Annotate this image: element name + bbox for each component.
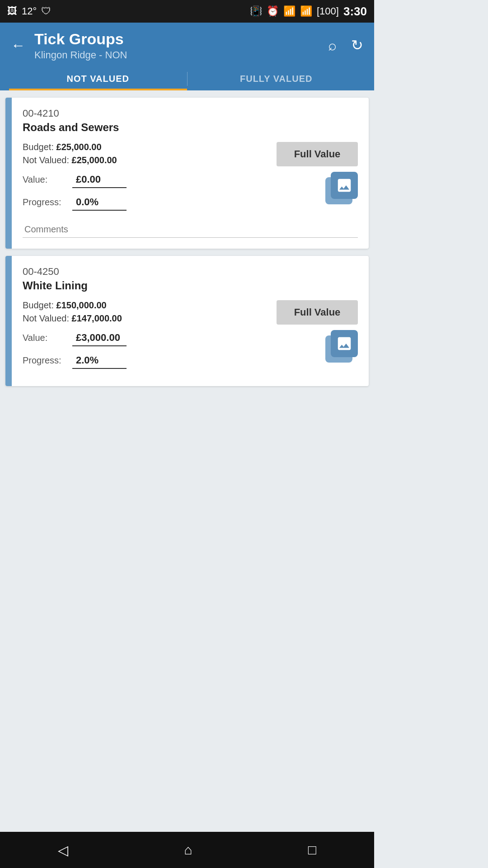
card-name-2: White Lining (23, 279, 358, 292)
card-body-1: 00-4210 Roads and Sewers Budget: £25,000… (12, 98, 369, 249)
signal-icon: 📶 (300, 5, 312, 17)
refresh-button[interactable]: ↻ (349, 35, 365, 56)
bottom-navigation: ◁ ⌂ □ (0, 832, 374, 868)
card-side-bar (5, 98, 12, 249)
full-value-button-2[interactable]: Full Value (277, 300, 358, 325)
value-row-1: Value: £0.00 (23, 172, 127, 188)
image-icon-front-1 (331, 172, 358, 199)
full-value-button-1[interactable]: Full Value (277, 142, 358, 166)
header-actions: ⌕ ↻ (326, 35, 365, 56)
budget-line-2: Budget: £150,000.00 (23, 300, 269, 311)
value-label-2: Value: (23, 333, 72, 343)
image-icon-front-2 (331, 330, 358, 357)
page-subtitle: Klingon Ridge - NON (34, 49, 127, 61)
card-info-col-1: Budget: £25,000.00 Not Valued: £25,000.0… (23, 142, 269, 168)
tick-group-card-2: 00-4250 White Lining Budget: £150,000.00… (5, 256, 369, 386)
image-icon-2[interactable] (325, 330, 358, 363)
nav-recent-button[interactable]: □ (297, 837, 327, 863)
header-left: ← Tick Groups Klingon Ridge - NON (9, 30, 127, 61)
comments-input-1[interactable] (23, 222, 358, 238)
progress-label-2: Progress: (23, 355, 72, 366)
photo-icon: 🖼 (7, 5, 17, 17)
tab-fully-valued[interactable]: FULLY VALUED (188, 67, 366, 90)
nav-back-button[interactable]: ◁ (47, 837, 79, 863)
comments-row-1 (23, 222, 358, 238)
app-header: ← Tick Groups Klingon Ridge - NON ⌕ ↻ NO… (0, 23, 374, 90)
progress-field-1[interactable]: 0.0% (72, 194, 127, 211)
value-label-1: Value: (23, 175, 72, 185)
card-code-2: 00-4250 (23, 266, 358, 278)
content-area: 00-4210 Roads and Sewers Budget: £25,000… (0, 90, 374, 832)
progress-row-1: Progress: 0.0% (23, 194, 127, 211)
value-row-2: Value: £3,000.00 (23, 330, 127, 346)
progress-row-2: Progress: 2.0% (23, 353, 127, 369)
content-spacer (5, 393, 369, 825)
back-button[interactable]: ← (9, 35, 27, 56)
card-code-1: 00-4210 (23, 108, 358, 119)
search-button[interactable]: ⌕ (326, 35, 338, 56)
battery-label: [100] (317, 5, 339, 17)
budget-line-1: Budget: £25,000.00 (23, 142, 269, 152)
clock: 3:30 (343, 5, 367, 19)
not-valued-line-2: Not Valued: £147,000.00 (23, 313, 269, 324)
card-action-col-2: Full Value (277, 300, 358, 325)
card-name-1: Roads and Sewers (23, 121, 358, 134)
progress-field-2[interactable]: 2.0% (72, 353, 127, 369)
card-info-row-2: Budget: £150,000.00 Not Valued: £147,000… (23, 300, 358, 326)
value-field-1[interactable]: £0.00 (72, 172, 127, 188)
wifi-icon: 📶 (283, 5, 296, 17)
card-side-bar-2 (5, 256, 12, 386)
header-title-block: Tick Groups Klingon Ridge - NON (34, 30, 127, 61)
value-progress-col-1: Value: £0.00 Progress: 0.0% (23, 172, 127, 217)
card-info-col-2: Budget: £150,000.00 Not Valued: £147,000… (23, 300, 269, 326)
card-info-row-1: Budget: £25,000.00 Not Valued: £25,000.0… (23, 142, 358, 168)
card-action-col-1: Full Value (277, 142, 358, 166)
card-body-2: 00-4250 White Lining Budget: £150,000.00… (12, 256, 369, 386)
value-progress-col-2: Value: £3,000.00 Progress: 2.0% (23, 330, 127, 375)
not-valued-line-1: Not Valued: £25,000.00 (23, 155, 269, 165)
status-right: 📳 ⏰ 📶 📶 [100] 3:30 (250, 5, 367, 19)
temperature: 12° (22, 5, 37, 17)
tick-group-card-1: 00-4210 Roads and Sewers Budget: £25,000… (5, 98, 369, 249)
nav-home-button[interactable]: ⌂ (173, 837, 203, 863)
image-icon-1[interactable] (325, 172, 358, 204)
tabs-bar: NOT VALUED FULLY VALUED (9, 67, 365, 90)
page-title: Tick Groups (34, 30, 127, 48)
progress-label-1: Progress: (23, 197, 72, 208)
shield-icon: 🛡 (41, 5, 51, 17)
status-bar: 🖼 12° 🛡 📳 ⏰ 📶 📶 [100] 3:30 (0, 0, 374, 23)
header-top: ← Tick Groups Klingon Ridge - NON ⌕ ↻ (9, 30, 365, 61)
tab-not-valued[interactable]: NOT VALUED (9, 67, 187, 90)
value-field-2[interactable]: £3,000.00 (72, 330, 127, 346)
vibrate-icon: 📳 (250, 5, 262, 17)
alarm-icon: ⏰ (267, 5, 279, 17)
status-left: 🖼 12° 🛡 (7, 5, 51, 17)
